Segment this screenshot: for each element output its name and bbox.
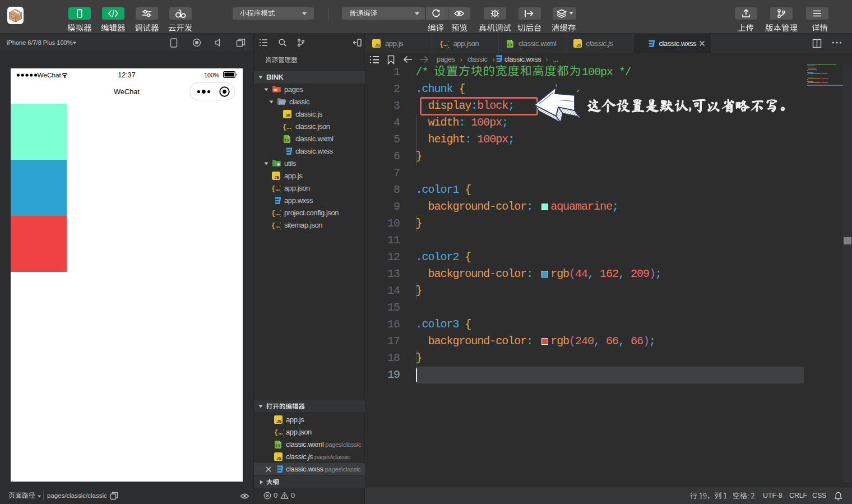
svg-text:JS: JS xyxy=(285,113,290,118)
svg-text:{…}: {…} xyxy=(271,210,281,217)
svg-text:{…}: {…} xyxy=(283,123,292,131)
svg-text:{…}: {…} xyxy=(271,222,281,229)
svg-text:JS: JS xyxy=(576,43,581,48)
svg-text:JS: JS xyxy=(375,43,380,48)
svg-text:JS: JS xyxy=(276,456,281,461)
svg-text:{…}: {…} xyxy=(439,40,449,48)
svg-text:{…}: {…} xyxy=(274,429,284,436)
svg-text:JS: JS xyxy=(276,419,281,424)
svg-text:JS: JS xyxy=(274,175,279,180)
svg-text:{…}: {…} xyxy=(271,185,281,192)
